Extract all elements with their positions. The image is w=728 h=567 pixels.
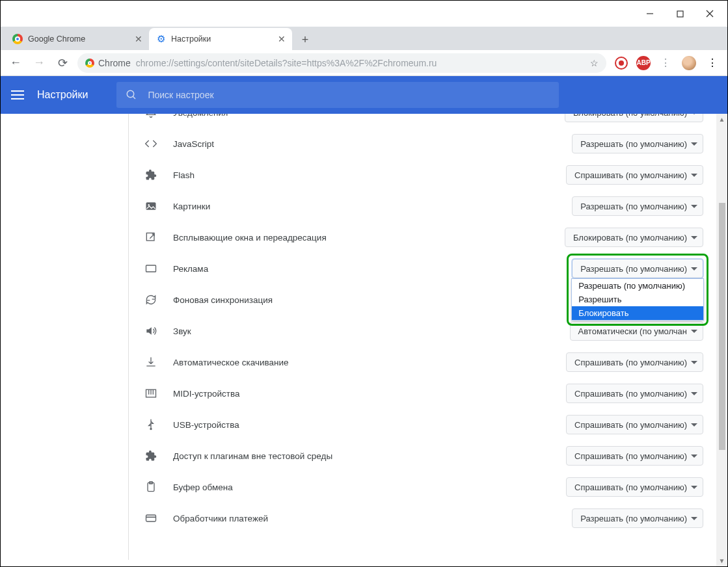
chrome-scheme-badge: Chrome xyxy=(85,58,131,68)
window-minimize-button[interactable] xyxy=(635,3,665,24)
permission-label: MIDI-устройства xyxy=(173,389,566,399)
search-icon xyxy=(126,89,137,101)
midi-icon xyxy=(143,387,159,400)
permission-select[interactable]: Разрешать (по умолчанию) xyxy=(572,196,703,216)
search-input[interactable] xyxy=(148,90,550,100)
chevron-down-icon xyxy=(691,236,697,239)
scroll-down-arrow[interactable]: ▼ xyxy=(716,555,727,566)
window-maximize-button[interactable] xyxy=(665,3,695,24)
permission-select[interactable]: Разрешать (по умолчанию) xyxy=(572,259,703,278)
permission-row: USB-устройстваСпрашивать (по умолчанию) xyxy=(143,409,703,440)
permission-label: USB-устройства xyxy=(173,420,566,430)
chevron-down-icon xyxy=(691,142,697,146)
address-url: chrome://settings/content/siteDetails?si… xyxy=(136,58,437,68)
window: Google Chrome ✕ ⚙ Настройки ✕ + ← → ⟳ Ch… xyxy=(0,0,728,567)
permissions-panel: УведомленияБлокировать (по умолчанию)Jav… xyxy=(128,114,718,560)
permission-select-value: Разрешать (по умолчанию) xyxy=(580,202,687,211)
scroll-thumb[interactable] xyxy=(719,203,725,450)
chevron-down-icon xyxy=(691,174,697,177)
bookmark-star-icon[interactable]: ☆ xyxy=(590,58,599,68)
permission-label: Обработчики платежей xyxy=(173,514,572,523)
permission-select[interactable]: Спрашивать (по умолчанию) xyxy=(566,352,703,372)
permission-row: Всплывающие окна и переадресацияБлокиров… xyxy=(143,222,703,253)
svg-rect-9 xyxy=(146,265,156,272)
code-icon xyxy=(143,137,159,150)
permission-select-value: Спрашивать (по умолчанию) xyxy=(574,482,687,492)
yandex-extension-icon[interactable] xyxy=(613,55,630,72)
permission-select-value: Разрешать (по умолчанию) xyxy=(580,264,687,274)
permission-label: Доступ к плагинам вне тестовой среды xyxy=(173,451,566,461)
permission-select[interactable]: Спрашивать (по умолчанию) xyxy=(566,165,703,185)
permission-select[interactable]: Спрашивать (по умолчанию) xyxy=(566,477,703,497)
sound-icon xyxy=(143,324,159,337)
permission-label: Автоматическое скачивание xyxy=(173,358,566,367)
permission-select[interactable]: Разрешать (по умолчанию) xyxy=(572,508,703,528)
permission-select[interactable]: Спрашивать (по умолчанию) xyxy=(566,384,703,403)
permission-select[interactable]: Разрешать (по умолчанию) xyxy=(572,134,703,153)
permission-select-value: Блокировать (по умолчанию) xyxy=(573,114,687,118)
permission-row: JavaScriptРазрешать (по умолчанию) xyxy=(143,128,703,159)
permission-label: Буфер обмена xyxy=(173,482,566,492)
permission-select[interactable]: Блокировать (по умолчанию) xyxy=(565,228,703,247)
permission-dropdown-menu[interactable]: Разрешать (по умолчанию)РазрешитьБлокиро… xyxy=(571,278,704,321)
scroll-up-arrow[interactable]: ▲ xyxy=(716,114,727,125)
page-title: Настройки xyxy=(37,89,88,101)
chevron-down-icon xyxy=(691,486,697,489)
chevron-down-icon xyxy=(691,330,697,333)
permission-select[interactable]: Спрашивать (по умолчанию) xyxy=(566,415,703,434)
chrome-icon xyxy=(85,59,94,68)
chevron-down-icon xyxy=(691,267,697,270)
tab-label: Google Chrome xyxy=(28,34,85,44)
permission-row: Автоматическое скачиваниеСпрашивать (по … xyxy=(143,347,703,378)
sync-icon xyxy=(143,293,159,306)
bell-icon xyxy=(143,114,159,119)
permission-row: УведомленияБлокировать (по умолчанию) xyxy=(143,114,703,128)
permission-label: Реклама xyxy=(173,264,572,274)
window-close-button[interactable] xyxy=(695,3,725,24)
gear-icon: ⚙ xyxy=(155,34,166,44)
back-button[interactable]: ← xyxy=(7,55,24,72)
menu-icon[interactable] xyxy=(11,90,24,99)
vertical-scrollbar[interactable]: ▲ ▼ xyxy=(716,114,727,566)
dropdown-option[interactable]: Разрешить xyxy=(572,293,703,306)
permission-select-value: Разрешать (по умолчанию) xyxy=(580,139,687,149)
card-icon xyxy=(143,512,159,525)
content-area: УведомленияБлокировать (по умолчанию)Jav… xyxy=(1,114,727,566)
address-bar[interactable]: Chrome chrome://settings/content/siteDet… xyxy=(77,53,606,73)
permission-select[interactable]: Блокировать (по умолчанию) xyxy=(565,114,703,122)
settings-search[interactable] xyxy=(116,82,559,108)
dropdown-option[interactable]: Блокировать xyxy=(572,306,703,320)
svg-line-5 xyxy=(133,96,136,99)
usb-icon xyxy=(143,418,159,431)
chevron-down-icon xyxy=(691,392,697,395)
permission-select-value: Спрашивать (по умолчанию) xyxy=(574,389,687,399)
dropdown-option[interactable]: Разрешать (по умолчанию) xyxy=(572,279,703,293)
permission-select[interactable]: Автоматически (по умолчан xyxy=(570,321,703,341)
svg-rect-6 xyxy=(146,202,156,210)
close-icon[interactable]: ✕ xyxy=(135,34,142,44)
permission-label: Картинки xyxy=(173,202,572,211)
image-icon xyxy=(143,200,159,213)
reload-button[interactable]: ⟳ xyxy=(54,55,71,72)
svg-rect-17 xyxy=(146,515,156,521)
chevron-down-icon xyxy=(691,423,697,427)
profile-avatar[interactable] xyxy=(681,55,697,72)
permission-row: Буфер обменаСпрашивать (по умолчанию) xyxy=(143,471,703,503)
new-tab-button[interactable]: + xyxy=(296,31,314,49)
tab-settings[interactable]: ⚙ Настройки ✕ xyxy=(149,28,292,50)
chevron-down-icon xyxy=(691,361,697,364)
tab-google-chrome[interactable]: Google Chrome ✕ xyxy=(6,28,149,50)
browser-toolbar: ← → ⟳ Chrome chrome://settings/content/s… xyxy=(1,50,727,76)
permission-select-value: Спрашивать (по умолчанию) xyxy=(574,170,687,180)
permission-select[interactable]: Спрашивать (по умолчанию) xyxy=(566,446,703,466)
forward-button[interactable]: → xyxy=(31,55,47,72)
permission-select-value: Разрешать (по умолчанию) xyxy=(580,514,687,523)
close-icon[interactable]: ✕ xyxy=(278,34,286,44)
menu-button[interactable]: ⋮ xyxy=(704,55,721,72)
settings-header: Настройки xyxy=(1,76,727,114)
permission-row: FlashСпрашивать (по умолчанию) xyxy=(143,159,703,191)
puzzle-icon xyxy=(143,450,159,462)
adblock-extension-icon[interactable]: ABP xyxy=(636,56,651,70)
tab-label: Настройки xyxy=(171,34,211,44)
clip-icon xyxy=(143,481,159,494)
